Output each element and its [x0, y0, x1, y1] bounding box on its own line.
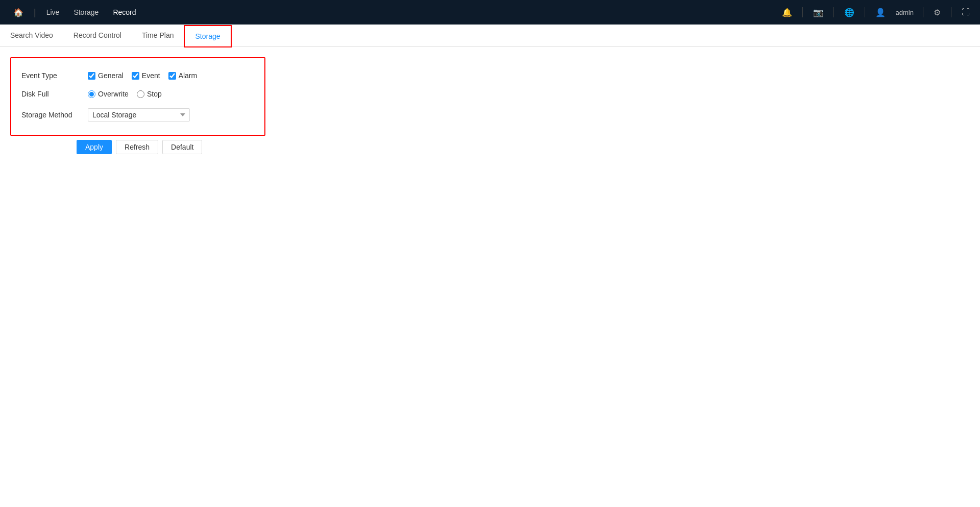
- storage-form-box: Event Type General Event Alarm Disk Full: [10, 57, 265, 136]
- sep5: [951, 7, 951, 17]
- general-label: General: [98, 71, 124, 80]
- overwrite-radio-wrapper[interactable]: Overwrite: [88, 90, 129, 98]
- general-checkbox-wrapper[interactable]: General: [88, 71, 124, 80]
- globe-icon[interactable]: 🌐: [840, 8, 859, 17]
- alarm-checkbox-wrapper[interactable]: Alarm: [168, 71, 198, 80]
- apply-button[interactable]: Apply: [77, 140, 112, 154]
- stop-radio-wrapper[interactable]: Stop: [137, 90, 162, 98]
- stop-radio[interactable]: [137, 90, 144, 98]
- event-type-controls: General Event Alarm: [88, 71, 254, 80]
- tab-time-plan[interactable]: Time Plan: [132, 25, 184, 47]
- general-checkbox[interactable]: [88, 72, 95, 80]
- event-checkbox-wrapper[interactable]: Event: [132, 71, 160, 80]
- sep2: [834, 7, 834, 17]
- nav-record[interactable]: Record: [106, 0, 143, 25]
- storage-method-select[interactable]: Local Storage FTP Network Storage: [88, 108, 190, 122]
- storage-method-row: Storage Method Local Storage FTP Network…: [21, 103, 254, 127]
- disk-full-row: Disk Full Overwrite Stop: [21, 85, 254, 103]
- event-label: Event: [142, 71, 160, 80]
- top-nav: 🏠 | Live Storage Record 🔔 📷 🌐 👤 admin ⚙ …: [0, 0, 980, 25]
- home-icon: 🏠: [13, 8, 23, 17]
- camera-icon[interactable]: 📷: [809, 8, 827, 17]
- nav-record-label: Record: [113, 8, 136, 16]
- alarm-label: Alarm: [179, 71, 198, 80]
- settings-icon[interactable]: ⚙: [929, 8, 945, 17]
- alarm-checkbox[interactable]: [168, 72, 176, 80]
- tab-search-video[interactable]: Search Video: [0, 25, 63, 47]
- action-buttons: Apply Refresh Default: [77, 140, 970, 154]
- event-type-label: Event Type: [21, 71, 88, 80]
- overwrite-radio[interactable]: [88, 90, 95, 98]
- storage-method-controls: Local Storage FTP Network Storage: [88, 108, 254, 122]
- sep3: [865, 7, 865, 17]
- main-content: Event Type General Event Alarm Disk Full: [0, 47, 980, 507]
- default-button[interactable]: Default: [162, 140, 202, 154]
- nav-storage[interactable]: Storage: [66, 0, 106, 25]
- sub-nav: Search Video Record Control Time Plan St…: [0, 25, 980, 47]
- tab-storage[interactable]: Storage: [184, 25, 231, 47]
- disk-full-label: Disk Full: [21, 90, 88, 98]
- refresh-button[interactable]: Refresh: [116, 140, 158, 154]
- expand-icon[interactable]: ⛶: [958, 8, 974, 17]
- disk-full-controls: Overwrite Stop: [88, 90, 254, 98]
- overwrite-label: Overwrite: [98, 90, 129, 98]
- nav-storage-label: Storage: [74, 8, 99, 16]
- storage-method-label: Storage Method: [21, 111, 88, 119]
- tab-record-control[interactable]: Record Control: [63, 25, 132, 47]
- event-checkbox[interactable]: [132, 72, 139, 80]
- nav-home[interactable]: 🏠: [6, 0, 31, 25]
- sep4: [923, 7, 923, 17]
- nav-right: 🔔 📷 🌐 👤 admin ⚙ ⛶: [778, 7, 974, 17]
- admin-label: admin: [893, 9, 917, 16]
- event-type-row: Event Type General Event Alarm: [21, 66, 254, 85]
- nav-live[interactable]: Live: [39, 0, 67, 25]
- nav-separator-1: |: [34, 7, 36, 18]
- user-icon: 👤: [871, 8, 890, 17]
- bell-icon[interactable]: 🔔: [778, 8, 796, 17]
- sep1: [802, 7, 803, 17]
- stop-label: Stop: [147, 90, 162, 98]
- nav-live-label: Live: [46, 8, 60, 16]
